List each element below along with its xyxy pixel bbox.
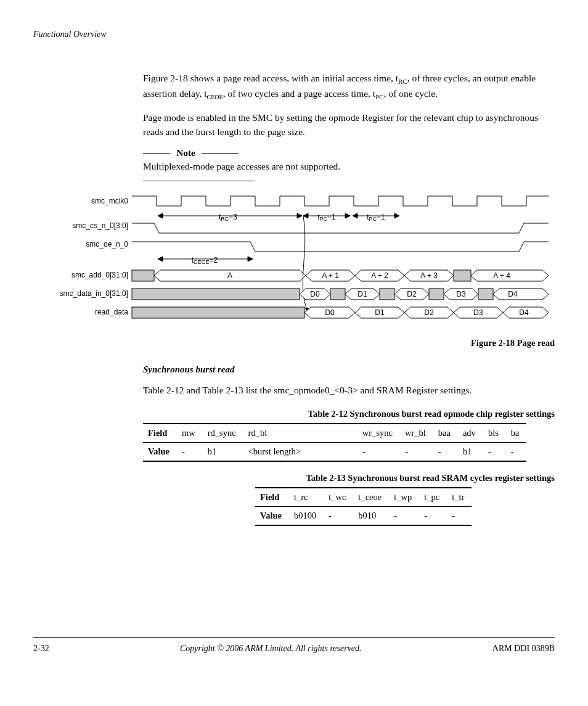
p1-c: , of two cycles and a page access time, …	[223, 88, 375, 99]
paragraph-3: Table 2-12 and Table 2-13 list the smc_o…	[143, 384, 555, 397]
footer-copyright: Copyright © 2006 ARM Limited. All rights…	[180, 644, 362, 654]
note-label: Note	[176, 147, 195, 158]
addr-A3: A + 3	[420, 271, 438, 280]
svg-rect-4	[132, 270, 154, 281]
din-D3: D3	[456, 290, 466, 298]
t13-h1: t_wc	[324, 488, 353, 507]
t12-v7: b1	[458, 442, 483, 461]
t12-h5: wr_bl	[400, 424, 433, 443]
t12-v9: -	[506, 442, 527, 461]
figure-caption: Figure 2-18 Page read	[33, 338, 555, 348]
note-rule-left	[143, 153, 170, 154]
t12-h8: bls	[483, 424, 506, 443]
sig-label-din: smc_data_in_0[31:0]	[60, 289, 128, 298]
t13-h0: t_rc	[289, 488, 324, 507]
svg-rect-15	[380, 289, 394, 300]
t12-h0: mw	[177, 424, 203, 443]
t13-field-h: Field	[255, 488, 289, 507]
t12-v0: -	[177, 442, 203, 461]
p1-a: Figure 2-18 shows a page read access, wi…	[143, 73, 398, 83]
t13-h2: t_ceoe	[353, 488, 389, 507]
paragraph-2: Page mode is enabled in the SMC by setti…	[143, 111, 555, 139]
paragraph-1: Figure 2-18 shows a page read access, wi…	[143, 72, 555, 102]
svg-marker-20	[493, 289, 549, 300]
rd-D4: D4	[519, 308, 529, 317]
din-D4: D4	[508, 290, 518, 298]
sig-label-mclk: smc_mclk0	[91, 197, 128, 205]
rd-D1: D1	[375, 308, 385, 317]
note-body: Multiplexed-mode page accesses are not s…	[143, 160, 555, 173]
svg-rect-11	[132, 289, 300, 300]
t13-v4: -	[419, 506, 447, 525]
table12-caption: Table 2-12 Synchronous burst read opmode…	[33, 409, 555, 419]
note-block: Note Multiplexed-mode page accesses are …	[143, 147, 555, 181]
svg-rect-17	[429, 289, 444, 300]
table13-caption: Table 2-13 Synchronous burst read SRAM c…	[33, 473, 555, 483]
sig-label-add: smc_add_0[31:0]	[71, 271, 128, 279]
addr-A1: A + 1	[322, 271, 339, 280]
t12-v4: -	[357, 442, 400, 461]
t12-v2: <burst length>	[243, 442, 308, 461]
label-tpc1: tPC=1	[317, 213, 336, 222]
t13-h3: t_wp	[389, 488, 419, 507]
svg-rect-13	[330, 289, 345, 300]
t13-v1: -	[324, 506, 353, 525]
t12-v5: -	[400, 442, 433, 461]
running-header: Functional Overview	[33, 30, 555, 39]
t12-field-h: Field	[143, 424, 177, 443]
din-D0: D0	[310, 290, 320, 298]
addr-A4: A + 4	[493, 271, 510, 280]
p3-text: Table 2-12 and Table 2-13 list the smc_o…	[143, 384, 555, 397]
t12-value-h: Value	[143, 442, 177, 461]
t12-v1: b1	[203, 442, 243, 461]
t12-v3	[308, 442, 357, 461]
t13-value-h: Value	[255, 506, 289, 525]
t12-h7: adv	[458, 424, 483, 443]
note-footer-rule	[143, 181, 254, 181]
figure-2-18-diagram: smc_mclk0 smc_cs_n_0[3:0] smc_oe_n_0 smc…	[31, 192, 555, 324]
svg-rect-19	[478, 289, 493, 300]
note-rule-right	[202, 153, 239, 154]
p1-sub3: PC	[375, 93, 383, 101]
t12-h1: rd_sync	[203, 424, 243, 443]
footer-doc-id: ARM DDI 0389B	[492, 644, 555, 654]
din-D2: D2	[407, 290, 417, 298]
t12-h2: rd_bl	[243, 424, 308, 443]
svg-rect-9	[454, 270, 471, 281]
p1-sub2: CEOE	[207, 94, 223, 101]
sig-label-oe: smc_oe_n_0	[86, 240, 128, 248]
t12-h6: baa	[433, 424, 458, 443]
footer: 2-32 Copyright © 2006 ARM Limited. All r…	[33, 638, 555, 654]
din-D1: D1	[357, 290, 367, 298]
table-2-12: Field mw rd_sync rd_bl wr_sync wr_bl baa…	[143, 423, 526, 462]
t13-v3: -	[389, 506, 419, 525]
t13-v5: -	[447, 506, 472, 525]
svg-rect-21	[132, 307, 304, 318]
t12-h9: ba	[506, 424, 527, 443]
t13-v0: b0100	[289, 506, 324, 525]
t13-v2: b010	[353, 506, 389, 525]
t12-v8: -	[483, 442, 506, 461]
p1-sub1: RC	[398, 78, 407, 85]
t13-h4: t_pc	[419, 488, 447, 507]
t12-h4: wr_sync	[357, 424, 400, 443]
subheading-sync-burst-read: Synchronous burst read	[143, 364, 555, 375]
rd-D3: D3	[473, 308, 483, 317]
label-trc: tRC=3	[219, 213, 237, 222]
table-2-13: Field t_rc t_wc t_ceoe t_wp t_pc t_tr Va…	[255, 487, 472, 526]
rd-D2: D2	[424, 308, 434, 317]
p2-text: Page mode is enabled in the SMC by setti…	[143, 111, 555, 139]
rd-D0: D0	[325, 308, 335, 317]
addr-A: A	[227, 271, 232, 280]
sig-label-rd: read_data	[95, 308, 128, 316]
sig-label-cs: smc_cs_n_0[3:0]	[72, 221, 128, 230]
label-tceoe: tCEOE=2	[192, 256, 218, 265]
addr-A2: A + 2	[371, 271, 388, 280]
footer-page-num: 2-32	[33, 644, 49, 654]
t12-v6: -	[433, 442, 458, 461]
p1-d: , of one cycle.	[384, 88, 438, 99]
label-tpc2: tPC=1	[367, 213, 385, 222]
t13-h5: t_tr	[447, 488, 472, 507]
t12-h3	[308, 424, 357, 443]
